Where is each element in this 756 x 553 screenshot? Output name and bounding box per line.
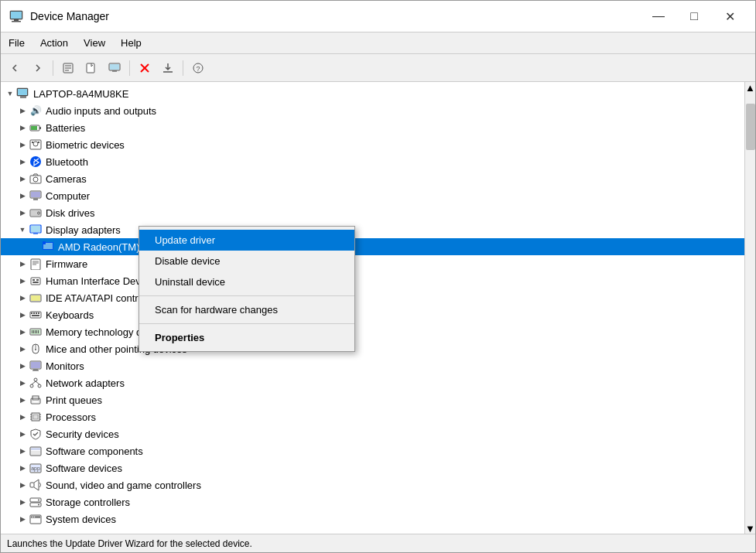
tree-item-disk[interactable]: ▶ Disk drives [1, 204, 744, 221]
tree-item-system[interactable]: ▶ System devices [1, 510, 744, 527]
expand-system[interactable]: ▶ [16, 513, 29, 525]
maximize-button[interactable]: □ [676, 1, 712, 32]
expand-softcomp[interactable]: ▶ [16, 445, 29, 457]
context-menu: Update driver Disable device Uninstall d… [139, 226, 355, 352]
close-button[interactable]: ✕ [712, 1, 747, 32]
tree-item-bluetooth[interactable]: ▶ Bluetooth [1, 153, 744, 170]
tree-item-root[interactable]: ▼ LAPTOP-8A4MU8KE [1, 85, 744, 102]
svg-rect-79 [32, 401, 39, 403]
tree-item-firmware[interactable]: ▶ Firmware [1, 255, 744, 272]
svg-rect-21 [31, 126, 37, 130]
expand-storage[interactable]: ▶ [16, 496, 29, 508]
processors-label: Processors [46, 411, 96, 423]
tree-item-batteries[interactable]: ▶ Batteries [1, 119, 744, 136]
download-button[interactable] [157, 57, 179, 79]
tree-item-display[interactable]: ▼ Display adapters [1, 221, 744, 238]
expand-security[interactable]: ▶ [16, 428, 29, 440]
tree-item-print[interactable]: ▶ Print queues [1, 391, 744, 408]
expand-ide[interactable]: ▶ [16, 292, 29, 304]
tree-item-cameras[interactable]: ▶ Cameras [1, 170, 744, 187]
svg-point-72 [34, 378, 37, 381]
tree-item-keyboards[interactable]: ▶ Keyboards [1, 306, 744, 323]
tree-item-monitors[interactable]: ▶ Monitors [1, 357, 744, 374]
scrollbar-thumb[interactable] [746, 104, 755, 150]
tree-item-human[interactable]: ▶ Human Interface Devices [1, 272, 744, 289]
menu-view[interactable]: View [76, 34, 113, 52]
tree-item-computer[interactable]: ▶ Computer [1, 187, 744, 204]
ctx-update-driver[interactable]: Update driver [139, 230, 354, 251]
svg-rect-56 [38, 312, 39, 314]
tree-item-amd[interactable]: AMD Radeon(TM) Graphics [1, 238, 744, 255]
expand-network[interactable]: ▶ [16, 377, 29, 389]
svg-line-76 [36, 381, 39, 384]
tree-item-ide[interactable]: ▶ IDE ATA/ATAPI controllers [1, 289, 744, 306]
uninstall-button[interactable] [134, 57, 156, 79]
expand-disk[interactable]: ▶ [16, 207, 29, 219]
computer-icon [16, 87, 30, 101]
scrollbar-up[interactable]: ▲ [745, 82, 755, 93]
sound-label: Sound, video and game controllers [46, 480, 201, 491]
svg-rect-54 [33, 312, 35, 314]
expand-computer[interactable]: ▶ [16, 189, 29, 202]
tree-item-softdev[interactable]: ▶ app Software devices [1, 459, 744, 476]
back-button[interactable] [4, 57, 26, 79]
expand-biometric[interactable]: ▶ [16, 138, 29, 151]
forward-button[interactable] [27, 57, 49, 79]
expand-root[interactable]: ▼ [4, 87, 16, 100]
expand-firmware[interactable]: ▶ [16, 258, 29, 270]
mice-icon [29, 342, 43, 356]
scrollbar-down[interactable]: ▼ [745, 523, 755, 534]
tree-item-memory[interactable]: ▶ Memory technology devices [1, 323, 744, 340]
ctx-separator-2 [139, 323, 354, 324]
expand-cameras[interactable]: ▶ [16, 172, 29, 185]
svg-rect-62 [35, 330, 36, 333]
svg-rect-51 [31, 295, 40, 301]
ctx-scan-hardware[interactable]: Scan for hardware changes [139, 299, 354, 320]
device-tree[interactable]: ▼ LAPTOP-8A4MU8KE ▶ Audio inputs and out… [1, 82, 744, 534]
menu-action[interactable]: Action [32, 34, 76, 52]
expand-memory[interactable]: ▶ [16, 326, 29, 338]
menu-file[interactable]: File [1, 34, 32, 52]
expand-bluetooth[interactable]: ▶ [16, 155, 29, 168]
svg-rect-1 [11, 12, 22, 19]
svg-point-29 [33, 177, 38, 182]
ctx-properties[interactable]: Properties [139, 327, 354, 348]
tree-item-processors[interactable]: ▶ Processors [1, 408, 744, 425]
expand-softdev[interactable]: ▶ [16, 462, 29, 474]
expand-keyboards[interactable]: ▶ [16, 309, 29, 321]
svg-rect-61 [33, 330, 34, 333]
expand-sound[interactable]: ▶ [16, 479, 29, 491]
expand-processors[interactable]: ▶ [16, 411, 29, 423]
expand-display[interactable]: ▼ [16, 224, 29, 236]
ctx-uninstall-device[interactable]: Uninstall device [139, 271, 354, 292]
separator-3 [183, 60, 183, 76]
expand-print[interactable]: ▶ [16, 394, 29, 406]
ctx-disable-device[interactable]: Disable device [139, 251, 354, 271]
expand-monitors[interactable]: ▶ [16, 360, 29, 372]
menu-help[interactable]: Help [113, 34, 149, 52]
network-icon [29, 376, 43, 390]
svg-rect-32 [33, 198, 38, 200]
properties-button[interactable] [57, 57, 79, 79]
scan-hardware-button[interactable] [104, 57, 125, 79]
scrollbar[interactable]: ▲ ▼ [744, 82, 755, 534]
tree-item-biometric[interactable]: ▶ Biometric devices [1, 136, 744, 153]
tree-item-mice[interactable]: ▶ Mice and other pointing devices [1, 340, 744, 357]
expand-mice[interactable]: ▶ [16, 343, 29, 355]
expand-audio[interactable]: ▶ [16, 104, 29, 117]
update-driver-toolbar-button[interactable] [80, 57, 102, 79]
svg-point-97 [38, 500, 39, 501]
main-area: ▼ LAPTOP-8A4MU8KE ▶ Audio inputs and out… [1, 82, 755, 534]
disk-label: Disk drives [46, 207, 95, 219]
svg-point-101 [32, 517, 33, 518]
expand-human[interactable]: ▶ [16, 275, 29, 287]
tree-item-sound[interactable]: ▶ Sound, video and game controllers [1, 476, 744, 493]
minimize-button[interactable]: — [641, 1, 676, 32]
help-toolbar-button[interactable]: ? [187, 57, 209, 79]
tree-item-storage[interactable]: ▶ Storage controllers [1, 493, 744, 510]
tree-item-audio[interactable]: ▶ Audio inputs and outputs [1, 102, 744, 119]
tree-item-softcomp[interactable]: ▶ Software components [1, 442, 744, 459]
tree-item-security[interactable]: ▶ Security devices [1, 425, 744, 442]
expand-batteries[interactable]: ▶ [16, 121, 29, 134]
tree-item-network[interactable]: ▶ Network adapters [1, 374, 744, 391]
